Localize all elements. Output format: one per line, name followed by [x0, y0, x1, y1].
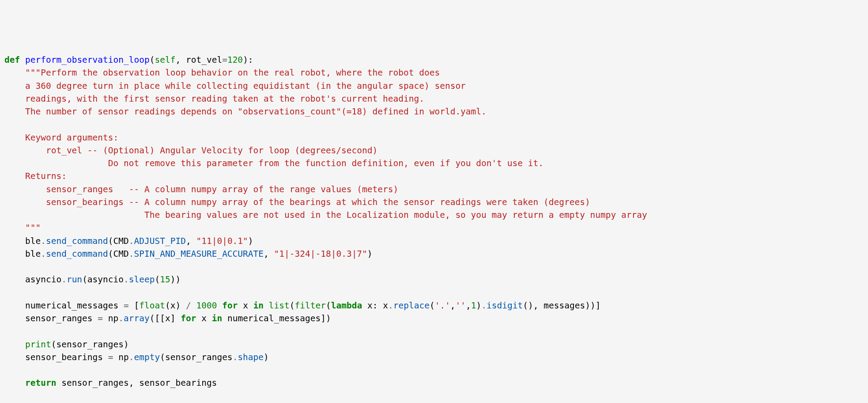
builtin-print: print — [25, 339, 51, 350]
docstring: """Perform the observation loop behavior… — [4, 68, 647, 233]
method-run: run — [67, 274, 82, 285]
param-default: 120 — [227, 55, 243, 65]
method-send-command: send_command — [46, 236, 108, 246]
line-ble2: ble.send_command(CMD.SPIN_AND_MEASURE_AC… — [4, 249, 373, 259]
string-literal: '.' — [435, 300, 450, 311]
line-def: def perform_observation_loop(self, rot_v… — [4, 55, 253, 65]
builtin-list: list — [269, 300, 290, 311]
method-array: array — [124, 313, 150, 323]
line-ble1: ble.send_command(CMD.ADJUST_PID, "11|0|0… — [4, 236, 253, 246]
line-return: return sensor_ranges, sensor_bearings — [4, 378, 217, 388]
line-numerical: numerical_messages = [float(x) / 1000 fo… — [4, 300, 600, 311]
keyword-for: for — [181, 313, 196, 323]
keyword-in: in — [253, 300, 264, 311]
keyword-return: return — [25, 378, 56, 388]
number-literal: 1000 — [196, 300, 217, 311]
method-send-command: send_command — [46, 249, 108, 259]
string-arg: "11|0|0.1" — [196, 236, 248, 246]
number-literal: 1 — [471, 300, 476, 311]
string-literal: '' — [456, 300, 466, 311]
code-block: def perform_observation_loop(self, rot_v… — [0, 52, 868, 392]
number-literal: 15 — [160, 274, 170, 285]
method-replace: replace — [393, 300, 430, 311]
function-name: perform_observation_loop — [25, 55, 150, 65]
attr-shape: shape — [238, 352, 264, 362]
keyword-def: def — [4, 55, 20, 65]
builtin-filter: filter — [295, 300, 326, 311]
self-param: self — [155, 55, 176, 65]
string-arg: "1|-324|-18|0.3|7" — [274, 249, 367, 259]
method-empty: empty — [134, 352, 160, 362]
keyword-in: in — [212, 313, 222, 323]
builtin-float: float — [139, 300, 165, 311]
method-isdigit: isdigit — [487, 300, 523, 311]
keyword-lambda: lambda — [331, 300, 362, 311]
line-sensor-bearings: sensor_bearings = np.empty(sensor_ranges… — [4, 352, 269, 362]
line-print: print(sensor_ranges) — [4, 339, 129, 350]
cmd-adjust-pid: ADJUST_PID — [134, 236, 186, 246]
line-asyncio: asyncio.run(asyncio.sleep(15)) — [4, 274, 181, 285]
method-sleep: sleep — [129, 274, 155, 285]
param-name: rot_vel — [186, 55, 222, 65]
cmd-spin-measure: SPIN_AND_MEASURE_ACCURATE — [134, 249, 264, 259]
keyword-for: for — [222, 300, 238, 311]
line-sensor-ranges: sensor_ranges = np.array([[x] for x in n… — [4, 313, 331, 323]
